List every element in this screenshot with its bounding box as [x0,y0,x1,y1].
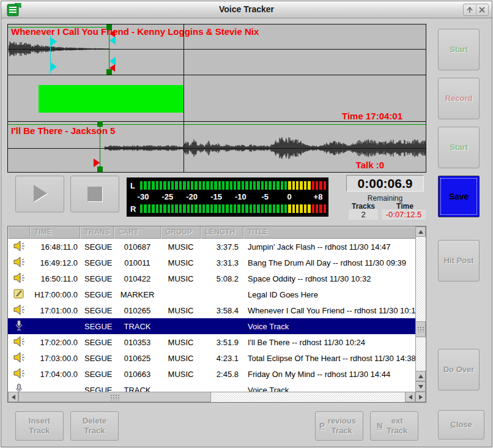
meter-scale-label: -5 [254,192,275,201]
log-row-selected[interactable]: SEGUETRACKVoice Track [8,318,415,334]
cell-cart: 010663 [114,370,161,379]
cell-trans: SEGUE [80,386,114,392]
record-button[interactable]: Record [438,78,480,119]
cell-time: H17:00:00.0 [30,290,80,299]
insert-track-button[interactable]: Insert Track [15,411,64,441]
horizontal-scroll-thumb[interactable] [18,392,211,402]
cell-title: Total Eclipse Of The Heart -- rdhost 11/… [243,354,415,363]
start-button-1[interactable]: Start [438,29,480,70]
previous-track-button[interactable]: Previous Track [315,411,363,441]
playhead-divider [183,24,184,172]
cell-length: 2:45.8 [201,370,243,379]
log-row[interactable]: 16:50:11.0SEGUE010422MUSIC5:08.2Space Od… [8,271,415,286]
segue-start-marker[interactable] [94,159,100,167]
cell-title: Voice Track [243,386,415,392]
close-window-button[interactable] [476,4,489,15]
voice-track-editor[interactable]: Whenever I Call You Friend - Kenny Loggi… [7,24,426,173]
cell-cart: 010265 [114,306,161,315]
track2-start-handle[interactable] [97,121,103,127]
track1-title: Whenever I Call You Friend - Kenny Loggi… [11,26,259,37]
window-title: Voice Tracker [1,4,492,14]
column-header-title[interactable]: TITLE [243,226,415,239]
log-row[interactable]: SEGUETRACKVoice Track [8,382,415,392]
cell-group: MUSIC [161,258,201,267]
stop-button[interactable] [70,176,119,212]
scroll-up-button[interactable] [415,226,426,237]
log-row[interactable]: 17:03:00.0SEGUE010625MUSIC4:23.1Total Ec… [8,350,415,366]
voice-track-region[interactable] [39,85,183,113]
scroll-left-button[interactable] [8,392,18,402]
cell-trans: SEGUE [80,274,114,283]
meter-scale-label: -15 [206,192,227,201]
close-button[interactable]: Close [438,410,484,439]
delete-track-button[interactable]: Delete Track [70,411,119,441]
next-track-button[interactable]: Next Track [370,411,418,441]
cell-group: MUSIC [161,242,201,252]
cell-title: Space Oddity -- rdhost 11/30 10:32 [243,274,415,283]
cell-time: 17:04:00.0 [30,370,80,379]
speaker-icon [8,368,30,381]
cell-cart: 010353 [114,338,161,347]
shade-button[interactable] [464,4,476,15]
column-header-trans[interactable]: TRANS [80,226,114,239]
speaker-icon [8,336,30,349]
meter-scale-label: -20 [182,192,202,201]
fade-marker-handle[interactable] [51,62,57,71]
cell-title: Friday On My Mind -- rdhost 11/30 14:44 [243,370,415,379]
cell-trans: SEGUE [80,322,114,331]
fade-marker-handle[interactable] [51,37,57,46]
start-button-2[interactable]: Start [438,127,480,168]
cell-trans: SEGUE [80,338,114,347]
cell-time: 17:01:00.0 [30,306,80,315]
column-header-group[interactable]: GROUP [161,226,201,239]
cell-group: MUSIC [161,338,201,347]
cell-cart: 010422 [114,274,161,283]
track2-start-handle[interactable] [97,166,103,172]
log-row[interactable]: 16:49:12.0SEGUE010011MUSIC3:31.3Bang The… [8,255,415,271]
hit-post-button[interactable]: Hit Post [438,240,480,282]
cell-trans: SEGUE [80,354,114,363]
column-header-length[interactable]: LENGTH [201,226,243,239]
meter-scale-label: +8 [308,192,328,201]
column-header-cart[interactable]: CART [114,226,161,239]
save-button[interactable]: Save [438,176,480,217]
log-row[interactable]: 17:04:00.0SEGUE010663MUSIC2:45.8Friday O… [8,366,415,382]
cell-trans: SEGUE [80,306,114,315]
meter-left-bar [140,181,326,190]
log-row[interactable]: H17:00:00.0SEGUEMARKERLegal ID Goes Here [8,286,415,302]
do-over-button[interactable]: Do Over [438,349,480,390]
column-header-icon[interactable] [8,226,30,239]
play-button[interactable] [15,176,64,212]
window-controls [463,4,489,16]
scroll-right-button[interactable] [415,392,426,402]
cell-cart: 010625 [114,354,161,363]
vertical-scroll-thumb[interactable] [415,321,426,337]
vertical-scrollbar[interactable] [415,226,426,392]
lane-divider [8,75,426,75]
scroll-up-button-2[interactable] [415,371,426,381]
speaker-icon [8,352,30,365]
track-start-handle[interactable] [106,24,112,30]
meter-left-label: L [130,181,140,190]
cell-title: Whenever I Call You Friend -- rdhost 11/… [243,306,415,315]
remaining-time-value: -0:07:12.5 [382,209,426,220]
log-row[interactable]: 17:02:00.0SEGUE010353MUSIC3:51.9I'll Be … [8,334,415,350]
log-row[interactable]: 16:48:11.0SEGUE010687MUSIC3:37.5Jumpin' … [8,239,415,255]
column-header-time[interactable]: TIME [30,226,80,239]
marker-icon [8,288,30,301]
horizontal-scrollbar[interactable] [8,392,426,402]
elapsed-time-display: 0:00:06.9 [346,175,424,192]
cell-cart: TRACK [114,386,161,392]
log-header: TIME TRANS CART GROUP LENGTH TITLE [8,226,415,239]
segue-marker[interactable] [109,64,115,72]
scroll-left-button-2[interactable] [405,392,415,402]
meter-right-bar [140,204,326,213]
cell-time: 17:03:00.0 [30,354,80,363]
cell-title: Legal ID Goes Here [243,290,415,299]
fade-marker[interactable] [109,36,116,45]
scroll-down-button[interactable] [415,381,426,392]
log-row[interactable]: 17:01:00.0SEGUE010265MUSIC3:58.4Whenever… [8,302,415,318]
track2-start-line[interactable] [100,121,100,172]
cell-time: 17:02:00.0 [30,338,80,347]
cell-trans: SEGUE [80,242,114,252]
